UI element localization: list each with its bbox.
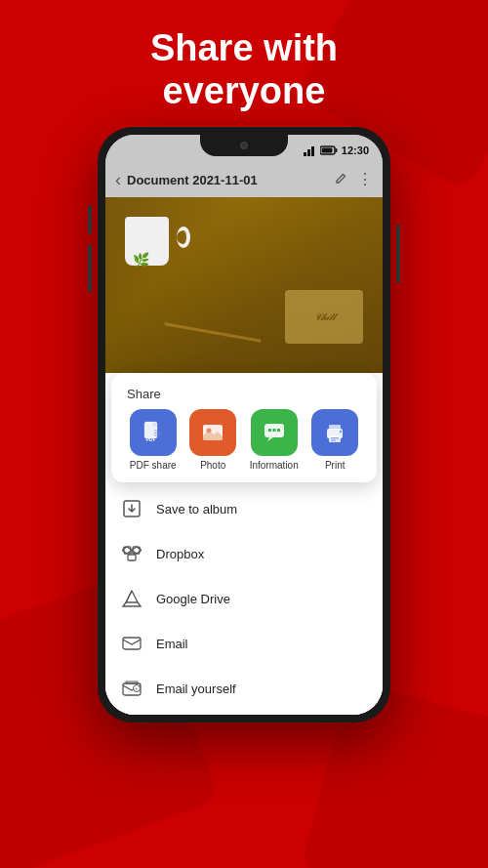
svg-point-20: [340, 431, 342, 433]
save-to-album-label: Save to album: [156, 502, 237, 517]
battery-icon: [320, 145, 338, 155]
hero-line1: Share with: [0, 27, 488, 70]
save-album-icon: [121, 498, 142, 519]
svg-rect-0: [304, 152, 306, 156]
share-icons-row: PDF PDF share: [119, 409, 369, 475]
print-label: Print: [325, 460, 346, 471]
svg-rect-14: [277, 429, 280, 432]
google-drive-label: Google Drive: [156, 592, 230, 606]
dropbox-label: Dropbox: [156, 547, 204, 561]
information-label: Information: [250, 460, 299, 471]
svg-rect-5: [321, 148, 332, 153]
save-to-album-item[interactable]: Save to album: [105, 486, 383, 531]
email-yourself-icon: +: [121, 678, 142, 699]
phone-mockup: 12:30 ‹ Document 2021-11-01 ⋮: [98, 127, 390, 723]
svg-rect-13: [272, 429, 275, 432]
print-icon: [322, 420, 347, 445]
svg-rect-18: [331, 437, 339, 438]
phone-outer: 12:30 ‹ Document 2021-11-01 ⋮: [98, 127, 390, 723]
card-decoration: 𝒞𝒽𝒾𝓁𝓁: [285, 290, 363, 344]
svg-rect-1: [307, 149, 310, 156]
email-yourself-item[interactable]: + Email yourself: [105, 666, 383, 711]
app-bar-actions: ⋮: [334, 172, 373, 188]
svg-rect-2: [311, 146, 314, 156]
volume-down-button: [88, 244, 92, 293]
coffee-mug-image: 🌿: [125, 217, 179, 275]
back-button[interactable]: ‹: [115, 170, 121, 190]
svg-rect-16: [329, 425, 341, 430]
share-info-item[interactable]: Information: [250, 409, 299, 471]
more-options-icon[interactable]: ⋮: [357, 172, 373, 188]
photo-icon: [200, 420, 225, 445]
dropbox-item[interactable]: Dropbox: [105, 531, 383, 576]
svg-rect-25: [123, 638, 141, 649]
status-icons: [304, 145, 338, 156]
share-list: Save to album: [105, 482, 383, 715]
svg-rect-19: [331, 440, 336, 441]
svg-text:+: +: [135, 685, 138, 691]
share-sheet-title: Share: [119, 383, 369, 409]
email-icon: [121, 633, 142, 654]
signal-icon: [304, 145, 317, 156]
photo-label: Photo: [200, 460, 225, 471]
status-time: 12:30: [342, 145, 369, 156]
share-photo-item[interactable]: Photo: [189, 409, 236, 471]
hero-text: Share with everyone: [0, 27, 488, 112]
photo-button[interactable]: [189, 409, 236, 456]
app-bar: ‹ Document 2021-11-01 ⋮: [105, 162, 383, 197]
front-camera: [240, 142, 248, 149]
pdf-icon: PDF: [141, 420, 166, 445]
share-sheet: Share PDF: [105, 373, 383, 715]
document-preview: 🌿 𝒞𝒽𝒾𝓁𝓁: [105, 197, 383, 373]
print-button[interactable]: [311, 409, 358, 456]
svg-rect-12: [268, 429, 271, 432]
phone-screen: 12:30 ‹ Document 2021-11-01 ⋮: [105, 135, 383, 715]
volume-up-button: [88, 205, 92, 234]
svg-rect-4: [335, 148, 337, 152]
email-yourself-label: Email yourself: [156, 682, 236, 696]
hero-line2: everyone: [0, 70, 488, 113]
svg-rect-24: [128, 555, 136, 560]
power-button: [396, 225, 400, 283]
edit-icon[interactable]: [334, 172, 347, 188]
share-print-item[interactable]: Print: [311, 409, 358, 471]
document-title: Document 2021-11-01: [127, 173, 328, 187]
share-pdf-item[interactable]: PDF PDF share: [130, 409, 177, 471]
google-drive-item[interactable]: Google Drive: [105, 576, 383, 621]
share-icons-card: Share PDF: [111, 373, 377, 482]
information-button[interactable]: [251, 409, 298, 456]
email-label: Email: [156, 637, 188, 651]
information-icon: [262, 420, 287, 445]
svg-text:PDF: PDF: [145, 436, 155, 442]
notch: [200, 135, 288, 156]
dropbox-icon: [121, 543, 142, 564]
email-item[interactable]: Email: [105, 621, 383, 666]
pdf-share-label: PDF share: [130, 460, 177, 471]
google-drive-icon: [121, 588, 142, 609]
svg-rect-17: [329, 435, 341, 442]
pdf-share-button[interactable]: PDF: [130, 409, 177, 456]
